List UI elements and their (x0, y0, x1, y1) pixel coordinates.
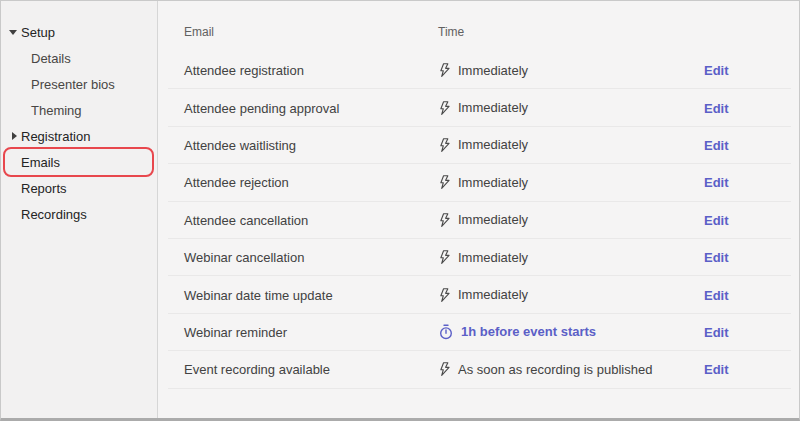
edit-link[interactable]: Edit (704, 63, 729, 78)
sidebar-item-details[interactable]: Details (1, 45, 157, 71)
email-row: Webinar date time update Immediately Edi… (168, 276, 791, 313)
sidebar-item-registration[interactable]: Registration (1, 123, 157, 149)
caret-icon (9, 208, 21, 220)
time-cell: Immediately (438, 62, 528, 78)
lightning-icon (438, 287, 451, 303)
time-cell: Immediately (438, 249, 528, 265)
email-name: Attendee pending approval (184, 100, 339, 115)
email-row: Attendee registration Immediately Edit (168, 52, 791, 89)
sidebar-item-presenter-bios[interactable]: Presenter bios (1, 71, 157, 97)
email-name: Event recording available (184, 362, 330, 377)
edit-link[interactable]: Edit (704, 324, 729, 339)
webinar-settings-window: Setup Details Presenter bios Theming Reg… (0, 0, 800, 421)
timer-icon (438, 324, 454, 340)
time-text: Immediately (458, 64, 528, 77)
time-cell: Immediately (438, 137, 528, 153)
sidebar-item-label: Emails (21, 155, 60, 170)
time-text: Immediately (458, 213, 528, 226)
triangle-down-icon (9, 26, 21, 38)
sidebar-item-label: Recordings (21, 207, 87, 222)
email-row: Webinar cancellation Immediately Edit (168, 239, 791, 276)
sidebar-item-theming[interactable]: Theming (1, 97, 157, 123)
sidebar-item-setup[interactable]: Setup (1, 19, 157, 45)
edit-link[interactable]: Edit (704, 212, 729, 227)
lightning-icon (438, 137, 451, 153)
sidebar-item-recordings[interactable]: Recordings (1, 201, 157, 227)
caret-icon (19, 104, 31, 116)
column-header-time: Time (438, 25, 464, 39)
email-row: Webinar reminder 1h before event starts … (168, 314, 791, 351)
triangle-right-icon (9, 130, 21, 142)
time-text: Immediately (458, 176, 528, 189)
lightning-icon (438, 361, 451, 377)
caret-icon (19, 78, 31, 90)
time-text: Immediately (458, 138, 528, 151)
email-row: Attendee rejection Immediately Edit (168, 164, 791, 201)
time-cell: 1h before event starts (438, 324, 596, 340)
edit-link[interactable]: Edit (704, 175, 729, 190)
email-name: Webinar cancellation (184, 250, 304, 265)
lightning-icon (438, 62, 451, 78)
email-name: Attendee waitlisting (184, 137, 296, 152)
edit-link[interactable]: Edit (704, 137, 729, 152)
email-name: Webinar reminder (184, 324, 287, 339)
sidebar-item-label: Registration (21, 129, 90, 144)
time-cell: Immediately (438, 100, 528, 116)
sidebar-item-label: Theming (31, 103, 82, 118)
table-header: Email Time (168, 1, 791, 52)
table-body: Attendee registration Immediately Edit A… (168, 52, 791, 389)
email-name: Attendee cancellation (184, 212, 308, 227)
sidebar-item-label: Details (31, 51, 71, 66)
time-cell: Immediately (438, 212, 528, 228)
sidebar-item-label: Setup (21, 25, 55, 40)
sidebar-item-emails[interactable]: Emails (1, 149, 157, 175)
time-text: Immediately (458, 251, 528, 264)
caret-icon (19, 52, 31, 64)
email-row: Attendee cancellation Immediately Edit (168, 202, 791, 239)
email-name: Attendee registration (184, 63, 304, 78)
column-header-email: Email (184, 25, 214, 39)
lightning-icon (438, 249, 451, 265)
lightning-icon (438, 212, 451, 228)
time-text: Immediately (458, 101, 528, 114)
emails-table: Email Time Attendee registration Immedia… (168, 1, 791, 389)
time-cell: Immediately (438, 287, 528, 303)
email-name: Attendee rejection (184, 175, 289, 190)
emails-settings-panel: Email Time Attendee registration Immedia… (159, 1, 799, 418)
sidebar-item-label: Presenter bios (31, 77, 115, 92)
lightning-icon (438, 174, 451, 190)
sidebar-item-label: Reports (21, 181, 67, 196)
edit-link[interactable]: Edit (704, 362, 729, 377)
edit-link[interactable]: Edit (704, 287, 729, 302)
lightning-icon (438, 100, 451, 116)
time-text: As soon as recording is published (458, 363, 652, 376)
time-text: Immediately (458, 288, 528, 301)
time-text: 1h before event starts (461, 325, 596, 338)
time-cell: As soon as recording is published (438, 361, 652, 377)
email-name: Webinar date time update (184, 287, 333, 302)
caret-icon (9, 182, 21, 194)
sidebar: Setup Details Presenter bios Theming Reg… (1, 1, 158, 418)
email-row: Event recording available As soon as rec… (168, 351, 791, 388)
email-row: Attendee pending approval Immediately Ed… (168, 89, 791, 126)
edit-link[interactable]: Edit (704, 100, 729, 115)
email-row: Attendee waitlisting Immediately Edit (168, 127, 791, 164)
sidebar-item-reports[interactable]: Reports (1, 175, 157, 201)
caret-icon (9, 156, 21, 168)
edit-link[interactable]: Edit (704, 250, 729, 265)
time-cell: Immediately (438, 174, 528, 190)
